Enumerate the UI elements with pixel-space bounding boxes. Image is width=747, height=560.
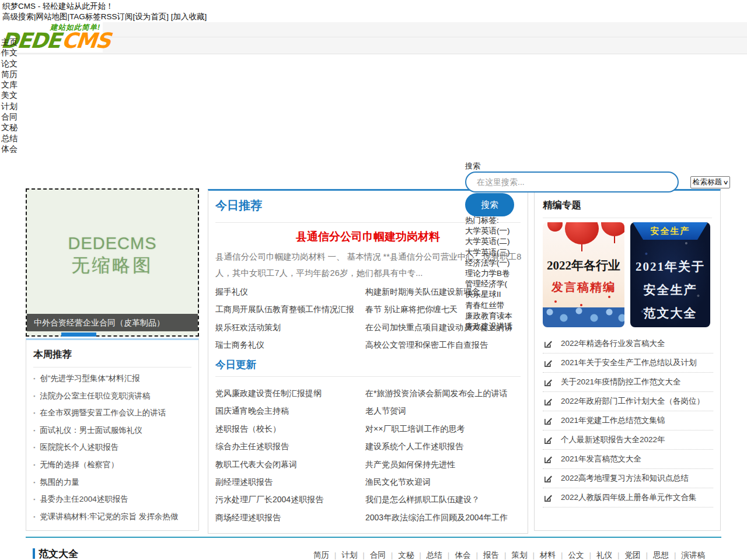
hot-tag-link[interactable]: 经济法学(一): [465, 258, 512, 268]
category-link[interactable]: 策划: [499, 550, 528, 560]
nav-item[interactable]: 作文: [1, 47, 18, 58]
week-list-item[interactable]: ▪创"先进学习型集体"材料汇报: [33, 370, 178, 387]
nav-item[interactable]: 文库: [1, 79, 18, 90]
article-link[interactable]: 工商局开展队伍教育整顿工作情况汇报: [215, 300, 363, 318]
nav-item[interactable]: 论文: [1, 58, 18, 69]
nav-item[interactable]: 合同: [1, 111, 18, 122]
topic-list-item[interactable]: 2022高考地理复习方法和知识点总结: [543, 469, 713, 488]
category-link[interactable]: 材料: [527, 550, 556, 560]
topic-list-item[interactable]: 2022年精选各行业发言稿大全: [543, 334, 713, 354]
article-link[interactable]: 娱乐狂欢活动策划: [215, 318, 363, 336]
article-link[interactable]: 2003年政法综治工作回顾及2004年工作: [365, 509, 522, 526]
divider: [215, 376, 521, 377]
article-link[interactable]: 共产党员如何保持先进性: [365, 456, 522, 473]
category-link[interactable]: 合同: [357, 550, 386, 560]
article-link[interactable]: 高校公文管理和保密工作自查报告: [365, 336, 522, 354]
featured-thumbnail[interactable]: DEDECMS 无缩略图 中外合资经营企业合同（皮革制品）: [26, 188, 199, 337]
category-link[interactable]: 体会: [442, 550, 471, 560]
no-thumb-text-1: DEDECMS: [27, 234, 198, 253]
category-link[interactable]: 总结: [414, 550, 442, 560]
category-link[interactable]: 思想: [640, 550, 669, 560]
topic-list-item[interactable]: 2022人教版四年级上册各单元作文合集: [543, 488, 713, 508]
week-list-item[interactable]: ▪县委办主任2004述职报告: [33, 491, 178, 508]
week-list: ▪创"先进学习型集体"材料汇报▪法院办公室主任职位竞职演讲稿▪在全市双拥暨安置工…: [33, 370, 178, 525]
week-list-item[interactable]: ▪在全市双拥暨安置工作会议上的讲话: [33, 404, 178, 422]
article-link[interactable]: 商场经理述职报告: [215, 509, 363, 526]
article-link[interactable]: 污水处理厂厂长2004述职报告: [215, 491, 363, 508]
today-list-left: 握手礼仪工商局开展队伍教育整顿工作情况汇报娱乐狂欢活动策划瑞士商务礼仪: [215, 283, 363, 354]
hot-tag-link[interactable]: 青春红丝带: [465, 300, 512, 311]
nav-item[interactable]: 计划: [1, 101, 18, 111]
category-link[interactable]: 简历: [313, 550, 329, 560]
card-title-line: 2022年各行业: [543, 257, 624, 274]
week-list-item[interactable]: ▪氛围的力量: [33, 474, 178, 491]
topic-card-safety-2021[interactable]: 安全生产 2021年关于 安全生产 范文大全: [630, 222, 710, 327]
article-link[interactable]: 在*旅游投资洽谈会新闻发布会上的讲话: [365, 384, 522, 402]
article-link[interactable]: 综合办主任述职报告: [215, 438, 363, 455]
header-band: [0, 22, 747, 54]
article-link[interactable]: 老人节贺词: [365, 402, 522, 419]
thumbnail-caption[interactable]: 中外合资经营企业合同（皮革制品）: [27, 314, 198, 331]
article-link[interactable]: 述职报告（校长）: [215, 420, 363, 438]
category-link[interactable]: 礼仪: [584, 550, 612, 560]
category-link[interactable]: 党团: [612, 550, 641, 560]
nav-item[interactable]: 美文: [1, 90, 18, 100]
article-link[interactable]: 建设系统个人工作述职报告: [365, 438, 522, 455]
category-link[interactable]: 计划: [329, 550, 358, 560]
article-link[interactable]: 国庆通宵晚会主持稿: [215, 402, 363, 419]
article-link[interactable]: 我们是怎么样抓职工队伍建设？: [365, 491, 522, 508]
category-link[interactable]: 文秘: [386, 550, 414, 560]
topic-list-item[interactable]: 2022年政府部门工作计划大全（各岗位）: [543, 392, 713, 411]
hot-tag-link[interactable]: 廉政建设讲话: [465, 321, 512, 332]
nav-item[interactable]: 总结: [1, 133, 18, 144]
bottom-title-accent-bar: [33, 548, 35, 559]
square-bullet-icon: ▪: [33, 410, 35, 416]
week-list-item[interactable]: ▪面试礼仪：男士面试服饰礼仪: [33, 422, 178, 439]
article-link[interactable]: 握手礼仪: [215, 283, 363, 300]
search-scope-select[interactable]: 检索标题 ∨: [690, 176, 730, 188]
topic-list-item[interactable]: 关于2021年疫情防控工作范文大全: [543, 373, 713, 392]
topic-card-speeches-2022[interactable]: 2022年各行业 发言稿精编: [543, 222, 624, 327]
square-bullet-icon: ▪: [33, 444, 35, 450]
nav-item[interactable]: 文秘: [1, 122, 18, 132]
hot-tag-link[interactable]: 大学英语(二): [465, 236, 512, 247]
topics-list: 2022年精选各行业发言稿大全 2021年关于安全生产工作总结以及计划: [543, 334, 713, 508]
search-input[interactable]: [465, 172, 679, 192]
card-title-line: 2021年关于: [630, 258, 710, 275]
hot-tag-link[interactable]: 廉政教育读本: [465, 311, 512, 321]
topic-list-item[interactable]: 个人最新述职报告大全2022年: [543, 430, 713, 450]
hot-tag-link[interactable]: 管理经济学(: [465, 279, 512, 289]
search-button[interactable]: 搜索: [465, 193, 514, 216]
nav-item[interactable]: 体会: [1, 144, 18, 154]
week-list-item[interactable]: ▪医院院长个人述职报告: [33, 439, 178, 456]
category-link[interactable]: 公文: [556, 550, 584, 560]
hot-tag-link[interactable]: 快乐星球II: [465, 289, 512, 300]
article-link[interactable]: 渔民文化节欢迎词: [365, 473, 522, 491]
divider: [33, 367, 191, 368]
week-list-item[interactable]: ▪党课讲稿材料:牢记党的宗旨 发挥余热做: [33, 508, 178, 526]
topic-list-item[interactable]: 2021年党建工作总结范文集锦: [543, 411, 713, 430]
hot-tag-link[interactable]: 理论力学B卷: [465, 268, 512, 279]
week-list-item[interactable]: ▪无悔的选择（检察官）: [33, 456, 178, 474]
article-link[interactable]: 党风廉政建设责任制汇报提纲: [215, 384, 363, 402]
nav-item[interactable]: 简历: [1, 69, 18, 79]
hot-tag-link[interactable]: 大学英语(一): [465, 226, 512, 236]
confetti-dot: [554, 300, 557, 303]
nav-item[interactable]: 主页: [1, 37, 18, 47]
category-link[interactable]: 演讲稿: [669, 550, 705, 560]
topbar-links[interactable]: 高级搜索|网站地图|TAG标签RSS订阅[设为首页] [加入收藏]: [2, 12, 207, 22]
article-link[interactable]: 副经理述职报告: [215, 473, 363, 491]
topic-list-item[interactable]: 2021年发言稿范文大全: [543, 450, 713, 469]
hot-tag-link[interactable]: 大学英语(三): [465, 247, 512, 258]
topic-list-item[interactable]: 2021年关于安全生产工作总结以及计划: [543, 354, 713, 373]
card-ribbon-badge: 安全生产: [633, 222, 708, 240]
article-link[interactable]: 瑞士商务礼仪: [215, 336, 363, 354]
article-link[interactable]: 对××厂职工培训工作的思考: [365, 420, 522, 438]
edit-pencil-icon: [544, 416, 553, 425]
week-list-item[interactable]: ▪法院办公室主任职位竞职演讲稿: [33, 387, 178, 405]
slider-indicator[interactable]: [61, 332, 96, 337]
square-bullet-icon: ▪: [33, 393, 35, 399]
article-link[interactable]: 教职工代表大会闭幕词: [215, 456, 363, 473]
category-link[interactable]: 报告: [470, 550, 499, 560]
edit-pencil-icon: [544, 378, 553, 387]
